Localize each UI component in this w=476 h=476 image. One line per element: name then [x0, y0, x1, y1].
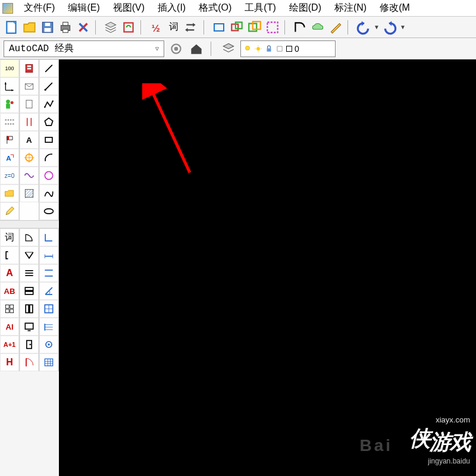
table-icon[interactable] [39, 353, 58, 371]
workspace-settings-button[interactable] [168, 40, 184, 57]
layer-refresh-button[interactable] [120, 19, 137, 36]
open-button[interactable] [21, 19, 38, 36]
red-arrow-annotation [142, 83, 214, 178]
drawing-canvas[interactable]: Bai xiayx.com 侠游戏 jingyan.baidu [59, 60, 476, 476]
blocks-button[interactable]: ½ [148, 19, 164, 36]
dim-window-icon[interactable] [39, 300, 58, 318]
menu-tools[interactable]: 工具(T) [239, 1, 281, 15]
dim-gap-icon[interactable] [39, 264, 58, 282]
wave-icon[interactable] [20, 167, 39, 184]
dim-target-icon[interactable] [39, 336, 58, 353]
select-dashed-button[interactable] [264, 19, 281, 36]
hatch-icon[interactable] [20, 184, 39, 202]
svg-rect-34 [27, 68, 32, 70]
pencil-icon[interactable] [0, 202, 19, 220]
menu-file[interactable]: 文件(F) [18, 1, 61, 15]
arc-tool[interactable] [39, 149, 58, 167]
svg-line-44 [45, 65, 52, 72]
a-plus-icon[interactable]: A+1 [0, 336, 19, 353]
layers-button[interactable] [102, 19, 119, 36]
ray-tool[interactable] [39, 77, 58, 95]
a-red-icon[interactable]: A [0, 264, 19, 282]
flag-red-icon[interactable] [0, 131, 19, 149]
svg-point-47 [44, 107, 46, 108]
grid4-icon[interactable] [0, 300, 19, 318]
layer-color-swatch [286, 46, 292, 52]
person-green-icon[interactable] [0, 95, 19, 113]
folder-icon[interactable] [0, 184, 19, 202]
circle-tool[interactable] [39, 167, 58, 184]
svg-rect-65 [25, 323, 33, 329]
menu-draw[interactable]: 绘图(D) [283, 1, 327, 15]
split-h-icon[interactable] [20, 282, 39, 300]
dim-quarter-icon[interactable] [39, 228, 58, 246]
film-icon[interactable] [20, 60, 39, 77]
h-red-icon[interactable]: H [0, 353, 19, 371]
axis-icon[interactable] [0, 77, 19, 95]
rect-multi-button[interactable] [228, 19, 245, 36]
dim-angle-icon[interactable] [39, 282, 58, 300]
z-zero-icon[interactable]: z=0 [0, 167, 19, 184]
ci-icon[interactable]: 词 [0, 228, 19, 246]
ab-icon[interactable]: AB [0, 282, 19, 300]
door-icon[interactable] [20, 336, 39, 353]
svg-rect-22 [267, 48, 271, 51]
menu-edit[interactable]: 编辑(E) [62, 1, 105, 15]
undo-button[interactable] [355, 19, 371, 36]
transfer-button[interactable] [183, 19, 200, 36]
envelope-icon[interactable] [20, 77, 39, 95]
dash-pattern-icon[interactable] [0, 113, 19, 131]
text-button[interactable]: 词 [165, 19, 182, 36]
workspace-current-label: AutoCAD 经典 [9, 42, 74, 55]
rectangle-tool[interactable] [39, 131, 58, 149]
v-shape-icon[interactable] [20, 246, 39, 264]
line-tool[interactable] [39, 60, 58, 77]
layer-manager-button[interactable] [220, 40, 237, 57]
workspace-home-button[interactable] [188, 40, 205, 57]
spline-tool[interactable] [39, 184, 58, 202]
svg-rect-56 [10, 309, 14, 313]
svg-rect-25 [6, 104, 10, 108]
svg-rect-54 [10, 305, 14, 308]
target-icon[interactable] [20, 149, 39, 167]
layer-dropdown[interactable]: 0 [240, 40, 336, 57]
a-style-icon[interactable]: A [0, 149, 19, 167]
polyline-tool[interactable] [39, 95, 58, 113]
svg-rect-0 [7, 21, 15, 33]
square-bracket-icon[interactable] [0, 246, 19, 264]
brush-button[interactable] [327, 19, 344, 36]
ruler-icon[interactable]: 100 [0, 60, 19, 77]
menu-view[interactable]: 视图(V) [107, 1, 151, 15]
rect-orange-button[interactable] [246, 19, 263, 36]
split-v-icon[interactable] [20, 300, 39, 318]
monitor-icon[interactable] [20, 318, 39, 336]
dim-linear-icon[interactable] [39, 246, 58, 264]
menu-insert[interactable]: 插入(I) [152, 1, 192, 15]
ai-icon[interactable]: AI [0, 318, 19, 336]
sheet-icon[interactable] [20, 95, 39, 113]
menu-modify[interactable]: 修改(M [374, 1, 416, 15]
menu-dimension[interactable]: 标注(N) [328, 1, 372, 15]
door-swing-icon[interactable] [20, 353, 39, 371]
arc-tool-button[interactable] [292, 19, 308, 36]
polygon-tool[interactable] [39, 113, 58, 131]
save-button[interactable] [39, 19, 56, 36]
menu-format[interactable]: 格式(O) [193, 1, 237, 15]
svg-text:½: ½ [151, 21, 159, 33]
workspace-dropdown[interactable]: AutoCAD 经典 ▽ [4, 40, 164, 57]
print-button[interactable] [57, 19, 74, 36]
redo-dropdown[interactable]: ▼ [400, 24, 406, 30]
lock-icon [265, 45, 273, 53]
divider-vert-icon[interactable] [20, 113, 39, 131]
text-a-icon[interactable]: A [20, 131, 39, 149]
dim-baseline-icon[interactable] [39, 318, 58, 336]
cloud-button[interactable] [309, 19, 326, 36]
ellipse-tool[interactable] [39, 202, 58, 220]
new-button[interactable] [4, 19, 20, 36]
lines3-icon[interactable] [20, 264, 39, 282]
quarter-arc-icon[interactable] [20, 228, 39, 246]
redo-button[interactable] [382, 19, 399, 36]
undo-dropdown[interactable]: ▼ [372, 24, 381, 30]
rect-blue-button[interactable] [211, 19, 227, 36]
plot-preview-button[interactable] [75, 19, 92, 36]
